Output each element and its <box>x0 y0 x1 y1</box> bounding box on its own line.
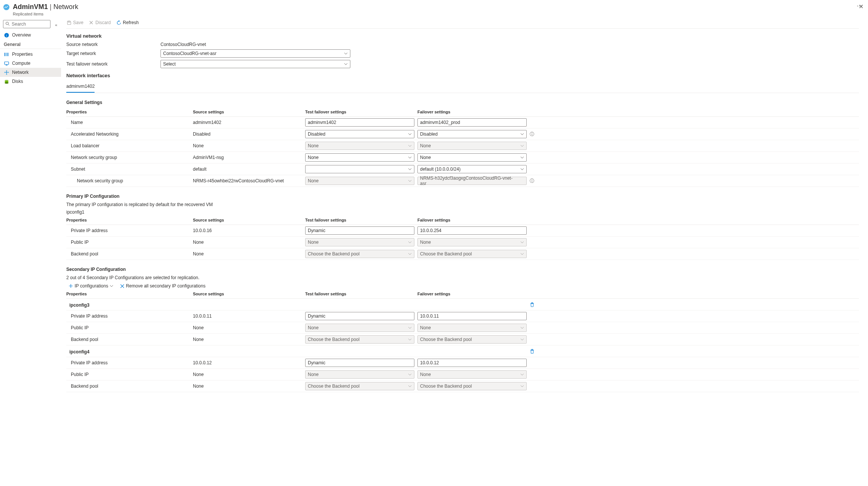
dropdown-primary-test-bp: Choose the Backend pool <box>305 250 414 258</box>
chevron-down-icon <box>344 62 348 66</box>
chevron-down-icon <box>408 144 412 148</box>
nic-tabs: adminvm1402 <box>66 81 859 93</box>
row-c3-backend-pool: Backend pool None Choose the Backend poo… <box>66 334 859 345</box>
dropdown-test-subnet[interactable] <box>305 165 414 173</box>
row-load-balancer: Load balancer None None None <box>66 140 859 152</box>
blade-header: AdminVM1 | Network Replicated items ⋯ ✕ <box>0 0 868 18</box>
dropdown-primary-fail-pub: None <box>417 238 527 246</box>
col-failover: Failover settings <box>417 110 530 114</box>
search-input[interactable] <box>3 20 50 28</box>
sidebar-item-label: Disks <box>12 79 23 84</box>
save-button[interactable]: Save <box>66 20 83 25</box>
chevron-down-icon <box>520 326 524 330</box>
page-title: AdminVM1 | Network <box>13 3 854 11</box>
refresh-button[interactable]: Refresh <box>116 20 139 25</box>
input-c4-test-priv[interactable]: Dynamic <box>305 359 414 367</box>
dropdown-test-subnet-nsg: None <box>305 177 414 185</box>
sidebar-item-label: Network <box>12 70 29 75</box>
input-test-name[interactable]: adminvm1402 <box>305 118 414 127</box>
sidebar-group-general: General <box>0 40 61 49</box>
row-c4-private-ip: Private IP address 10.0.0.12 Dynamic 10.… <box>66 357 859 369</box>
svg-rect-17 <box>68 21 70 22</box>
label-target-network: Target network <box>66 51 160 56</box>
section-virtual-network: Virtual network <box>66 33 859 39</box>
chevron-down-icon <box>520 156 524 159</box>
sidebar-item-compute[interactable]: Compute <box>0 59 61 68</box>
dropdown-test-nsg[interactable]: None <box>305 153 414 162</box>
row-c4-public-ip: Public IP None None None <box>66 369 859 381</box>
svg-point-10 <box>4 72 5 73</box>
secondary-ip-note: 2 out of 4 Secondary IP Configurations a… <box>66 275 859 280</box>
input-primary-test-priv[interactable]: Dynamic <box>305 226 414 235</box>
dropdown-c3-fail-pub: None <box>417 324 527 332</box>
dropdown-test-accel[interactable]: Disabled <box>305 130 414 138</box>
dropdown-fail-subnet[interactable]: default (10.0.0.0/24) <box>417 165 527 173</box>
label-ipconfig1: ipconfig1 <box>66 209 859 215</box>
svg-point-11 <box>8 72 9 73</box>
chevron-down-icon <box>520 132 524 136</box>
sidebar-item-network[interactable]: Network <box>0 68 61 77</box>
svg-point-13 <box>6 73 7 75</box>
input-primary-fail-priv[interactable]: 10.0.0.254 <box>417 226 527 235</box>
remove-all-ip-configs-button[interactable]: Remove all secondary IP configurations <box>120 283 205 289</box>
dropdown-c3-test-pub: None <box>305 324 414 332</box>
section-general-settings: General Settings <box>66 100 859 105</box>
chevron-down-icon <box>408 338 412 341</box>
properties-icon <box>4 52 9 57</box>
collapse-sidebar-icon[interactable]: « <box>53 21 59 29</box>
col-source: Source settings <box>193 110 305 114</box>
delete-icon[interactable] <box>530 349 536 354</box>
delete-icon[interactable] <box>530 302 536 307</box>
sidebar-item-label: Properties <box>12 52 33 57</box>
sidebar-item-disks[interactable]: Disks <box>0 77 61 86</box>
svg-rect-5 <box>5 53 5 56</box>
svg-point-0 <box>3 4 9 10</box>
dropdown-c3-test-bp: Choose the Backend pool <box>305 335 414 344</box>
chevron-down-icon <box>408 132 412 136</box>
plus-icon <box>69 284 73 288</box>
input-c4-fail-priv[interactable]: 10.0.0.12 <box>417 359 527 367</box>
row-name: Name adminvm1402 adminvm1402 adminvm1402… <box>66 117 859 128</box>
chevron-down-icon <box>520 338 524 341</box>
dropdown-fail-lb: None <box>417 142 527 150</box>
row-c4-backend-pool: Backend pool None Choose the Backend poo… <box>66 381 859 392</box>
dropdown-target-network[interactable]: ContosoCloudRG-vnet-asr <box>160 49 350 58</box>
chevron-down-icon <box>110 284 113 288</box>
info-icon[interactable]: ⓘ <box>530 178 534 183</box>
info-icon[interactable]: ⓘ <box>530 131 534 137</box>
input-fail-name[interactable]: adminvm1402_prod <box>417 118 527 127</box>
row-ipconfig4-header: ipconfig4 <box>66 345 859 357</box>
dropdown-primary-test-pub: None <box>305 238 414 246</box>
row-c3-private-ip: Private IP address 10.0.0.11 Dynamic 10.… <box>66 310 859 322</box>
tab-nic-1[interactable]: adminvm1402 <box>66 81 95 93</box>
chevron-down-icon <box>408 167 412 171</box>
network-icon <box>4 70 9 75</box>
input-c3-fail-priv[interactable]: 10.0.0.11 <box>417 312 527 320</box>
title-sub: Network <box>53 3 78 11</box>
sidebar-item-overview[interactable]: i Overview <box>0 31 61 40</box>
chevron-down-icon <box>344 52 348 55</box>
chevron-down-icon <box>408 179 412 183</box>
col-test: Test failover settings <box>305 110 417 114</box>
close-icon[interactable]: ✕ <box>859 3 863 10</box>
main-content: Save Discard Refresh Virtual network Sou… <box>61 18 868 401</box>
discard-icon <box>89 20 94 25</box>
discard-button[interactable]: Discard <box>89 20 111 25</box>
input-fail-subnet-nsg: NRMS-h32ydcf3aogxgContosoCloudRG-vnet-as… <box>417 177 527 185</box>
dropdown-fail-accel[interactable]: Disabled <box>417 130 527 138</box>
close-icon <box>120 284 124 288</box>
svg-point-12 <box>6 70 7 71</box>
svg-point-16 <box>5 82 8 84</box>
input-c3-test-priv[interactable]: Dynamic <box>305 312 414 320</box>
svg-rect-9 <box>6 65 8 66</box>
add-ip-config-button[interactable]: IP configurations <box>69 283 113 289</box>
svg-rect-6 <box>6 53 7 56</box>
chevron-down-icon <box>520 252 524 256</box>
row-c3-public-ip: Public IP None None None <box>66 322 859 334</box>
label-test-network: Test failover network <box>66 61 160 67</box>
row-ipconfig3-header: ipconfig3 <box>66 299 859 310</box>
dropdown-fail-nsg[interactable]: None <box>417 153 527 162</box>
dropdown-test-network[interactable]: Select <box>160 60 350 68</box>
dropdown-primary-fail-bp: Choose the Backend pool <box>417 250 527 258</box>
sidebar-item-properties[interactable]: Properties <box>0 50 61 59</box>
